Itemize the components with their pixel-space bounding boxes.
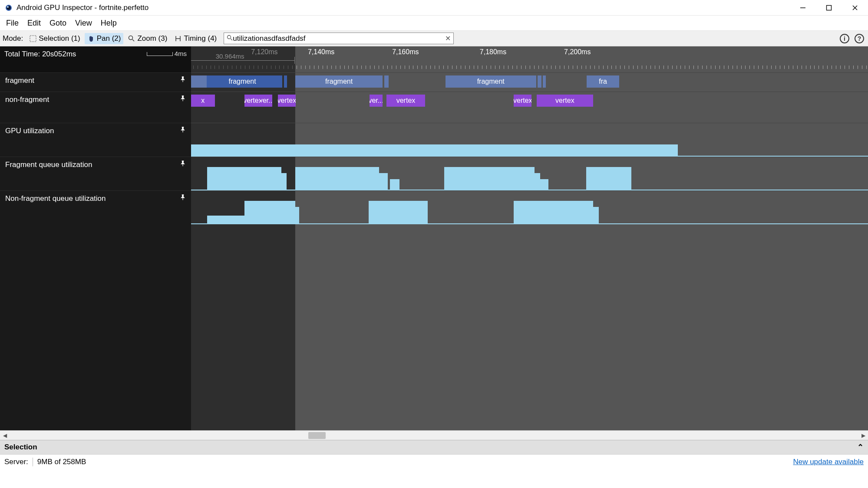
mode-label: Mode: [3,34,25,43]
trace-slice[interactable] [543,75,546,88]
clear-search-icon[interactable]: ✕ [443,34,451,43]
track-label: fragment [5,76,34,85]
counter-bar[interactable] [593,207,599,224]
pin-icon[interactable] [180,194,186,202]
mode-selection[interactable]: Selection (1) [26,33,83,44]
close-button[interactable] [842,0,868,16]
mode-pan[interactable]: Pan (2) [85,33,124,44]
trace-slice[interactable] [538,75,542,88]
track-label: non-fragment [5,95,49,104]
counter-bar[interactable] [444,167,535,190]
mode-pan-label: Pan (2) [97,34,121,43]
minimize-button[interactable] [790,0,816,16]
zoom-scale: 4ms [147,50,187,57]
toolbar: Mode: Selection (1) Pan (2) Zoom (3) Tim… [0,31,868,46]
menu-view[interactable]: View [71,16,96,30]
svg-point-1 [7,6,11,10]
counter-bar[interactable] [207,216,244,224]
selection-panel-header[interactable]: Selection ⌃ [0,440,868,454]
counter-bar[interactable] [295,167,379,190]
pin-icon[interactable] [180,76,186,84]
title-bar: Android GPU Inspector - fortnite.perfett… [0,0,868,16]
pin-icon[interactable] [180,95,186,103]
tick-label: 7,180ms [480,48,506,56]
counter-bar[interactable] [390,179,399,190]
counter-bar[interactable] [586,167,632,190]
status-memory: 9MB of 258MB [37,458,86,466]
counter-bar[interactable] [244,201,295,224]
counter-bar[interactable] [191,144,678,157]
timeline-ruler[interactable]: Total Time: 20s052ms 4ms 7,120ms7,140ms7… [0,46,868,72]
help-button[interactable]: ? [853,33,865,45]
scroll-right-arrow[interactable]: ▶ [858,432,868,439]
mode-zoom[interactable]: Zoom (3) [125,33,170,44]
menu-edit[interactable]: Edit [23,16,45,30]
track-non-fragment-queue-utilization[interactable]: Non-fragment queue utilization [0,190,868,224]
svg-point-13 [228,35,231,39]
window-title: Android GPU Inspector - fortnite.perfett… [17,3,149,12]
trace-slice[interactable]: fragment [295,75,383,88]
counter-bar[interactable] [514,201,593,224]
svg-point-8 [129,36,133,39]
trace-slice[interactable] [272,95,278,107]
track-label: GPU utilization [5,127,54,135]
svg-line-9 [132,39,134,41]
trace-slice[interactable]: vertex [278,95,295,107]
counter-bar[interactable] [295,207,300,224]
counter-bar[interactable] [281,173,287,190]
selection-overlay [191,224,295,430]
counter-bar[interactable] [379,173,387,190]
mode-timing[interactable]: Timing (4) [172,33,219,44]
scroll-thumb[interactable] [308,432,326,439]
maximize-button[interactable] [816,0,842,16]
track-non-fragment[interactable]: non-fragment xvertexver...vertexver...ve… [0,92,868,123]
trace-slice[interactable]: vertex [537,95,594,107]
zoom-icon [128,35,135,43]
track-gpu-utilization[interactable]: GPU utilization [0,123,868,157]
trace-slice[interactable]: vertex [386,95,426,107]
scroll-left-arrow[interactable]: ◀ [0,432,10,439]
timeline[interactable]: Total Time: 20s052ms 4ms 7,120ms7,140ms7… [0,46,868,430]
svg-rect-4 [827,5,832,10]
trace-slice[interactable]: fragment [207,75,278,88]
pin-icon[interactable] [180,127,186,134]
chevron-up-icon[interactable]: ⌃ [857,442,864,452]
update-link[interactable]: New update available [793,458,864,466]
search-box[interactable]: ✕ [224,33,454,44]
mode-timing-label: Timing (4) [184,34,217,43]
trace-slice[interactable] [384,75,389,88]
track-fragment-queue-utilization[interactable]: Fragment queue utilization [0,157,868,190]
search-input[interactable] [233,34,443,43]
trace-slice[interactable]: x [191,95,215,107]
trace-slice[interactable] [191,75,207,88]
svg-point-2 [7,6,9,8]
trace-slice[interactable]: fragment [446,75,536,88]
info-icon: i [840,34,849,43]
timeline-empty-area [0,224,868,430]
hand-icon [87,35,95,43]
trace-slice[interactable]: ver... [261,95,272,107]
pin-icon[interactable] [180,160,186,168]
menu-help[interactable]: Help [96,16,121,30]
trace-slice[interactable]: ver... [370,95,383,107]
selection-icon [29,35,37,43]
info-button[interactable]: i [838,33,851,45]
trace-slice[interactable]: vertex [514,95,531,107]
menu-goto[interactable]: Goto [45,16,71,30]
timing-icon [174,35,182,43]
track-fragment[interactable]: fragment fragmentfragmentfragmentfra [0,72,868,92]
trace-slice[interactable]: vertex [244,95,261,107]
status-server-label: Server: [4,458,28,466]
trace-slice[interactable] [284,75,287,88]
tick-label: 7,160ms [392,48,419,56]
counter-bar[interactable] [369,201,427,224]
horizontal-scrollbar[interactable]: ◀ ▶ [0,430,868,440]
menu-file[interactable]: File [2,16,23,30]
selection-bracket: 30.964ms [191,54,295,66]
trace-slice[interactable]: fra [587,75,619,88]
counter-bar[interactable] [540,179,548,190]
menu-bar: File Edit Goto View Help [0,16,868,31]
trace-slice[interactable] [278,75,282,88]
counter-bar[interactable] [535,173,540,190]
counter-bar[interactable] [207,167,281,190]
